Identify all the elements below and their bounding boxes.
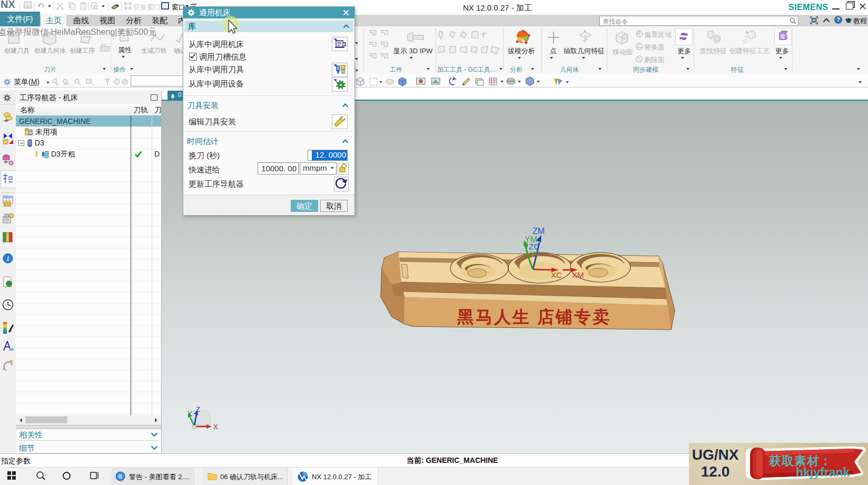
svg-text:XC: XC — [551, 270, 562, 279]
svg-text:黑马人生 店铺专卖: 黑马人生 店铺专卖 — [457, 307, 611, 326]
svg-text:YC: YC — [530, 249, 540, 258]
svg-text:看: 看 — [117, 474, 123, 479]
svg-text:Z: Z — [196, 405, 200, 413]
svg-text:ZM: ZM — [532, 227, 545, 236]
svg-text:XM: XM — [572, 270, 584, 279]
svg-text:X: X — [213, 423, 218, 431]
svg-text:Y: Y — [188, 410, 192, 418]
svg-text:i: i — [7, 255, 9, 263]
svg-text:hkjyfrank: hkjyfrank — [796, 465, 850, 479]
